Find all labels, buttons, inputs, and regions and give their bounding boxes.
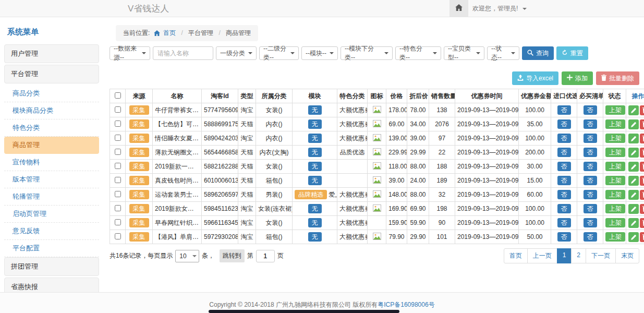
status-button[interactable]: 上架 [605, 204, 625, 213]
user-menu[interactable]: 欢迎您，管理员! [472, 0, 527, 17]
delete-button[interactable] [640, 176, 644, 186]
imported-toggle[interactable]: 否 [557, 162, 571, 171]
breadcrumb-home-link[interactable]: 首页 [163, 29, 176, 37]
sidebar-item[interactable]: 意见反馈 [4, 223, 99, 240]
sidebar-item[interactable]: 拼团管理 [4, 257, 99, 276]
scrollbar-thumb[interactable] [209, 310, 399, 313]
page-size-select[interactable]: 10 [175, 250, 199, 262]
reset-button[interactable]: 重置 [556, 46, 588, 60]
sidebar-item[interactable]: 版本管理 [4, 171, 99, 188]
row-checkbox[interactable] [115, 135, 121, 141]
edit-button[interactable] [628, 162, 639, 172]
edit-button[interactable] [628, 218, 639, 228]
select-all-checkbox[interactable] [115, 92, 121, 99]
page-button[interactable]: 2 [571, 248, 586, 263]
delete-button[interactable] [640, 204, 644, 214]
status-button[interactable]: 上架 [605, 119, 625, 129]
edit-button[interactable] [628, 232, 639, 242]
must-buy-toggle[interactable]: 否 [584, 134, 597, 143]
imported-toggle[interactable]: 否 [557, 204, 571, 213]
edit-button[interactable] [628, 134, 639, 143]
status-button[interactable]: 上架 [605, 105, 625, 115]
filter-select[interactable]: --模块-- [301, 46, 338, 60]
filter-select[interactable]: --模块下分类-- [341, 46, 393, 60]
row-checkbox[interactable] [115, 163, 121, 169]
must-buy-toggle[interactable]: 否 [584, 176, 597, 185]
edit-button[interactable] [628, 176, 639, 186]
jump-button[interactable]: 跳转到 [220, 249, 245, 262]
search-input[interactable] [153, 46, 213, 60]
sidebar-item-active[interactable]: 商品管理 [4, 137, 99, 154]
filter-select[interactable]: --状态-- [487, 46, 519, 60]
page-button[interactable]: 1 [557, 248, 572, 263]
sidebar-item[interactable]: 平台配置 [4, 240, 99, 257]
icp-link[interactable]: 粤ICP备16098006号 [378, 301, 434, 308]
home-button[interactable] [449, 0, 468, 17]
filter-select[interactable]: --二级分类-- [259, 46, 299, 60]
page-button[interactable]: 下一页 [586, 248, 616, 263]
sidebar-item[interactable]: 启动页管理 [4, 206, 99, 223]
delete-button[interactable] [640, 119, 644, 129]
must-buy-toggle[interactable]: 否 [584, 204, 597, 213]
sidebar-item[interactable]: 轮播管理 [4, 188, 99, 206]
must-buy-toggle[interactable]: 否 [584, 119, 597, 129]
row-checkbox[interactable] [115, 149, 121, 155]
row-checkbox[interactable] [115, 191, 121, 197]
status-button[interactable]: 上架 [605, 176, 625, 185]
page-button[interactable]: 上一页 [527, 248, 557, 263]
row-checkbox[interactable] [115, 233, 121, 239]
delete-button[interactable] [640, 148, 644, 158]
edit-button[interactable] [628, 190, 639, 200]
must-buy-toggle[interactable]: 否 [584, 190, 597, 199]
edit-button[interactable] [628, 204, 639, 214]
imported-toggle[interactable]: 否 [557, 134, 571, 143]
sidebar-item[interactable]: 宣传物料 [4, 154, 99, 171]
status-button[interactable]: 上架 [605, 148, 625, 157]
edit-button[interactable] [628, 148, 639, 158]
filter-select[interactable]: --数据来源-- [110, 46, 150, 60]
must-buy-toggle[interactable]: 否 [584, 162, 597, 171]
imported-toggle[interactable]: 否 [557, 176, 571, 185]
delete-button[interactable] [640, 232, 644, 242]
search-button[interactable]: 查询 [522, 46, 554, 60]
batch-delete-button[interactable]: 批量删除 [596, 71, 639, 85]
row-checkbox[interactable] [115, 219, 121, 225]
delete-button[interactable] [640, 190, 644, 200]
delete-button[interactable] [640, 162, 644, 172]
filter-select[interactable]: --宝贝类型-- [444, 46, 484, 60]
edit-button[interactable] [628, 105, 639, 115]
imported-toggle[interactable]: 否 [557, 218, 571, 227]
row-checkbox[interactable] [115, 106, 121, 113]
imported-toggle[interactable]: 否 [557, 232, 571, 242]
imported-toggle[interactable]: 否 [557, 148, 571, 157]
imported-toggle[interactable]: 否 [557, 119, 571, 129]
filter-select[interactable]: --特色分类-- [395, 46, 441, 60]
status-button[interactable]: 上架 [605, 232, 625, 242]
must-buy-toggle[interactable]: 否 [584, 105, 597, 115]
delete-button[interactable] [640, 105, 644, 115]
page-button[interactable]: 首页 [504, 248, 528, 263]
status-button[interactable]: 上架 [605, 162, 625, 171]
sidebar-item[interactable]: 平台管理 [4, 65, 99, 83]
status-button[interactable]: 上架 [605, 134, 625, 143]
must-buy-toggle[interactable]: 否 [584, 232, 597, 242]
row-checkbox[interactable] [115, 177, 121, 183]
delete-button[interactable] [640, 218, 644, 228]
status-button[interactable]: 上架 [605, 190, 625, 199]
delete-button[interactable] [640, 134, 644, 143]
sidebar-item[interactable]: 用户管理 [4, 44, 99, 63]
filter-select[interactable]: 一级分类 [216, 46, 257, 60]
import-excel-button[interactable]: 导入excel [512, 71, 558, 85]
add-button[interactable]: 添加 [562, 71, 593, 85]
status-button[interactable]: 上架 [605, 218, 625, 227]
row-checkbox[interactable] [115, 205, 121, 211]
must-buy-toggle[interactable]: 否 [584, 148, 597, 157]
edit-button[interactable] [628, 119, 639, 129]
sidebar-item[interactable]: 特色分类 [4, 119, 99, 137]
imported-toggle[interactable]: 否 [557, 190, 571, 199]
row-checkbox[interactable] [115, 121, 121, 127]
sidebar-item[interactable]: 商品分类 [4, 85, 99, 102]
jump-page-input[interactable] [256, 250, 275, 262]
imported-toggle[interactable]: 否 [557, 105, 571, 115]
page-button[interactable]: 末页 [615, 248, 639, 263]
